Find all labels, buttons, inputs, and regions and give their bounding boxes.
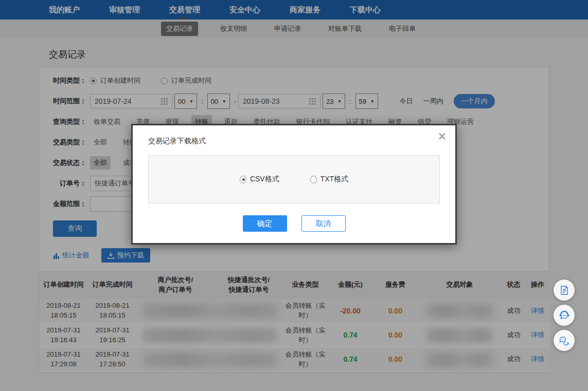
radio-txt-format[interactable]: TXT格式 [310,175,348,184]
close-icon[interactable]: × [438,129,446,143]
download-format-modal: 交易记录下载格式 × CSV格式 TXT格式 确定 取消 [131,124,457,245]
document-icon [559,285,569,295]
radio-csv-format[interactable]: CSV格式 [240,175,279,184]
modal-buttons: 确定 取消 [133,215,455,232]
headset-chat-icon [559,310,570,321]
cancel-button[interactable]: 取消 [301,215,346,232]
wechat-float-button[interactable] [554,330,575,351]
floating-action-stack [554,280,575,355]
confirm-button[interactable]: 确定 [243,215,287,232]
radio-label: CSV格式 [250,175,279,184]
radio-label: TXT格式 [320,175,348,184]
transaction-records-page: 我的账户 审核管理 交易管理 安全中心 商家服务 下载中心 交易记录 收支明细 … [0,0,588,391]
notes-float-button[interactable] [554,280,575,301]
modal-title: 交易记录下载格式 [148,137,206,146]
radio-icon[interactable] [240,176,246,183]
customer-service-float-button[interactable] [554,305,575,326]
wechat-icon [559,335,570,346]
radio-icon[interactable] [310,176,317,183]
format-options-box: CSV格式 TXT格式 [148,155,440,203]
